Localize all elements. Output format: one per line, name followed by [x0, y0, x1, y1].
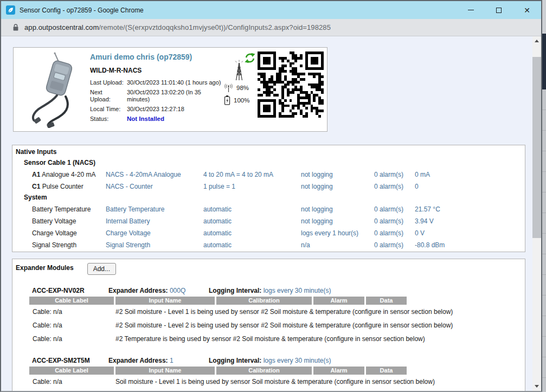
module-table-row: Cable: n/a Soil moisture - Level 1 is be… [29, 375, 525, 388]
column-header: Input Name [115, 367, 215, 375]
minimize-icon [468, 10, 474, 10]
local-time-row: Local Time: 30/Oct/2023 12:27:18 [90, 106, 224, 113]
cable-label: Cable: n/a [29, 308, 115, 316]
window-controls: ✕ [457, 1, 541, 19]
input-label: Signal Strength [32, 241, 106, 249]
module-table-row: Cable: n/a #2 Soil moisture - Level 2 is… [29, 318, 525, 332]
input-name-link[interactable]: Battery Temperature [106, 205, 203, 213]
module-address: Expander Address: 000Q [108, 287, 209, 294]
data-value-link[interactable]: 21.57 °C [415, 205, 525, 213]
next-upload-value: 30/Oct/2023 13:02:20 (In 35 minutes) [127, 89, 224, 103]
close-button[interactable]: ✕ [513, 1, 541, 19]
down-arrow-icon [535, 385, 539, 388]
input-label: A1 Analogue 4-20 mA [32, 171, 106, 178]
input-name-link[interactable]: NACS - Counter [106, 183, 203, 190]
input-label: C1 Pulse Counter [32, 183, 106, 190]
module-table-header: Cable LabelInput NameCalibrationAlarmDat… [29, 367, 407, 375]
module-table-row: Cable: n/a Soil moisture - Level 2 is be… [29, 388, 525, 391]
input-description: #2 Soil moisture - Level 1 is being used… [115, 308, 525, 316]
minimize-button[interactable] [457, 1, 485, 19]
logging-link[interactable]: n/a [301, 241, 374, 249]
maximize-icon [496, 8, 502, 13]
data-value-link[interactable]: 0 V [415, 229, 525, 237]
module-table-header: Cable LabelInput NameCalibrationAlarmDat… [29, 297, 407, 305]
calibration-link[interactable]: automatic [203, 205, 301, 213]
group-name: Sensor Cable 1 (NACS) [16, 158, 525, 169]
module-address-link[interactable]: 000Q [170, 287, 185, 294]
browser-window: Sensor Config - op72859 - Google Chrome … [0, 0, 542, 392]
scrollbar-thumb[interactable] [532, 57, 541, 238]
battery-row: 100% [224, 95, 254, 106]
native-input-row: Battery Voltage Internal Battery automat… [32, 215, 525, 227]
device-info: Amuri demo chris (op72859) WILD-M-R-NACS… [90, 53, 224, 125]
column-header: Alarm [313, 297, 364, 305]
status-badge[interactable]: Not Installed [127, 115, 224, 123]
data-value-link[interactable]: 3.94 V [415, 217, 525, 225]
alarms-link[interactable]: 0 alarm(s) [374, 171, 415, 178]
module-name: ACC-EXP-NV02R [32, 287, 108, 294]
alarms-link[interactable]: 0 alarm(s) [374, 205, 415, 213]
data-value-link[interactable]: -80.8 dBm [415, 241, 525, 249]
status-row: Status: Not Installed [90, 115, 224, 123]
logging-link[interactable]: not logging [301, 183, 374, 190]
data-value-link[interactable]: 0 mA [415, 171, 525, 178]
lock-icon [12, 23, 19, 31]
background-sliver-bottom [542, 89, 546, 392]
device-status-icons: 98% 100% [224, 60, 254, 107]
module-interval: Logging Interval: logs every 30 minute(s… [209, 287, 525, 294]
calibration-link[interactable]: automatic [203, 217, 301, 225]
scroll-down-arrow[interactable] [532, 382, 541, 391]
address-bar[interactable]: app.outpostcentral.com/remote/(S(erxpvzt… [1, 19, 541, 36]
column-header: Data [366, 297, 407, 305]
calibration-link[interactable]: 1 pulse = 1 [203, 183, 301, 190]
calibration-link[interactable]: automatic [203, 229, 301, 237]
input-description: Soil moisture - Level 1 is being used by… [115, 378, 525, 385]
last-upload-row: Last Upload: 30/Oct/2023 11:01:40 (1 hou… [90, 79, 224, 86]
calibration-link[interactable]: 4 to 20 mA = 4 to 20 mA [203, 171, 301, 178]
cable-label: Cable: n/a [29, 322, 115, 329]
module-interval-link[interactable]: logs every 30 minute(s) [264, 287, 331, 294]
input-name-link[interactable]: Signal Strength [106, 241, 203, 249]
logging-link[interactable]: not logging [301, 205, 374, 213]
background-sliver-top [542, 0, 546, 34]
module-interval: Logging Interval: logs every 30 minute(s… [209, 357, 525, 364]
input-name-link[interactable]: Internal Battery [106, 217, 203, 225]
column-header: Cable Label [29, 297, 114, 305]
maximize-button[interactable] [485, 1, 513, 19]
input-name-link[interactable]: Charge Voltage [106, 229, 203, 237]
alarms-link[interactable]: 0 alarm(s) [374, 241, 415, 249]
data-value-link[interactable]: 0 [415, 183, 525, 190]
next-upload-label: Next Upload: [90, 89, 114, 103]
native-inputs-title: Native Inputs [16, 148, 525, 158]
alarms-link[interactable]: 0 alarm(s) [374, 217, 415, 225]
refresh-icon [245, 53, 255, 63]
input-description: #2 Temperature is being used by sensor #… [115, 335, 525, 343]
native-input-row: Signal Strength Signal Strength automati… [32, 239, 525, 251]
alarms-link[interactable]: 0 alarm(s) [374, 183, 415, 190]
module-address: Expander Address: 1 [108, 357, 209, 364]
signal-icon [224, 83, 233, 93]
refresh-button[interactable] [245, 53, 255, 65]
native-input-row: Battery Temperature Battery Temperature … [32, 203, 525, 215]
module-address-link[interactable]: 1 [170, 357, 174, 364]
column-header: Calibration [216, 367, 312, 375]
logging-link[interactable]: not logging [301, 217, 374, 225]
native-input-group: System Battery Temperature Battery Tempe… [16, 192, 525, 251]
page-url: app.outpostcentral.com/remote/(S(erxpvzt… [24, 23, 331, 31]
module-table-row: Cable: n/a #2 Soil moisture - Level 1 is… [29, 305, 525, 318]
add-expander-button[interactable]: Add... [87, 263, 116, 275]
expander-modules-panel: Expander Modules Add... ACC-EXP-NV02R Ex… [12, 259, 525, 391]
scroll-up-arrow[interactable] [532, 36, 541, 46]
input-name-link[interactable]: NACS - 4-20mA Analogue [106, 171, 203, 178]
background-sliver-dark [542, 34, 546, 89]
signal-strength-row: 98% [224, 82, 254, 93]
module-table-row: Cable: n/a #2 Temperature is being used … [29, 332, 525, 345]
alarms-link[interactable]: 0 alarm(s) [374, 229, 415, 237]
vertical-scrollbar[interactable] [532, 36, 541, 391]
logging-link[interactable]: logs every 1 hour(s) [301, 229, 374, 237]
column-header: Data [366, 367, 407, 375]
module-interval-link[interactable]: logs every 30 minute(s) [264, 357, 331, 364]
logging-link[interactable]: not logging [301, 171, 374, 178]
window-titlebar: Sensor Config - op72859 - Google Chrome … [1, 1, 541, 19]
calibration-link[interactable]: automatic [203, 241, 301, 249]
